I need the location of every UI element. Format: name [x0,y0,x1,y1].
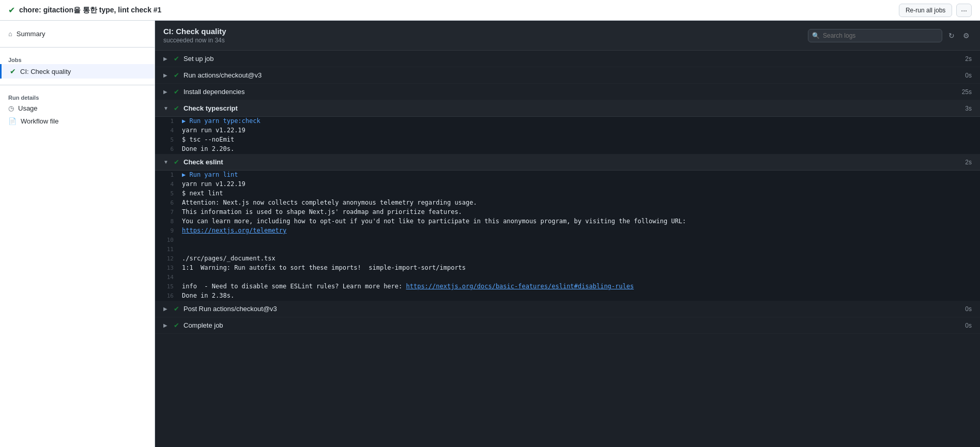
chevron-down-icon: ▼ [163,159,170,165]
top-bar-left: ✔ chore: gitaction을 통한 type, lint check … [8,5,161,15]
step-time: 0s [965,305,972,313]
rerun-all-button[interactable]: Re-run all jobs [899,4,952,17]
log-line: 15 info - Need to disable some ESLint ru… [155,282,980,291]
log-line: 5 $ next lint [155,189,980,198]
step-section-eslint: ▼ ✔ Check eslint 2s 1 ▶ Run yarn lint 4 … [155,154,980,301]
chevron-right-icon: ▶ [163,306,170,312]
step-success-icon: ✔ [174,305,179,313]
log-line: 6 Attention: Next.js now collects comple… [155,198,980,208]
step-name: Run actions/checkout@v3 [183,71,262,79]
chevron-down-icon: ▼ [163,105,170,111]
chevron-right-icon: ▶ [163,56,170,61]
more-options-button[interactable]: ··· [956,4,972,17]
step-time: 2s [965,159,972,166]
log-block-typescript: 1 ▶ Run yarn type:check 4 yarn run v1.22… [155,117,980,154]
job-item-label: CI: Check quality [20,68,71,75]
page-title: chore: gitaction을 통한 type, lint check #1 [19,6,161,15]
step-header-typescript[interactable]: ▼ ✔ Check typescript 3s [155,100,980,117]
step-name: Set up job [183,55,214,63]
clock-icon: ◷ [8,104,14,112]
log-line: 14 [155,273,980,282]
log-line: 13 1:1 Warning: Run autofix to sort thes… [155,264,980,273]
step-header-eslint[interactable]: ▼ ✔ Check eslint 2s [155,154,980,171]
step-time: 25s [962,88,972,96]
step-section-typescript: ▼ ✔ Check typescript 3s 1 ▶ Run yarn typ… [155,100,980,154]
log-line: 8 You can learn more, including how to o… [155,217,980,226]
success-icon: ✔ [8,5,15,15]
sidebar-summary-label: Summary [17,30,45,38]
sidebar-divider-1 [0,47,155,48]
main-content: CI: Check quality succeeded now in 34s 🔍… [155,21,980,447]
step-success-icon: ✔ [174,158,179,166]
job-subtitle: succeeded now in 34s [163,37,226,44]
sidebar-divider-2 [0,85,155,85]
main-layout: ⌂ Summary Jobs ✔ CI: Check quality Run d… [0,21,980,447]
chevron-right-icon: ▶ [163,89,170,95]
telemetry-link[interactable]: https://nextjs.org/telemetry [182,227,286,234]
top-bar: ✔ chore: gitaction을 통한 type, lint check … [0,0,980,21]
sidebar-summary-section: ⌂ Summary [0,25,155,43]
log-line: 12 ./src/pages/_document.tsx [155,254,980,264]
workflow-label: Workflow file [21,117,58,125]
sidebar-run-details-section: Run details ◷ Usage 📄 Workflow file [0,89,155,130]
log-line: 1 ▶ Run yarn lint [155,171,980,180]
log-line: 4 yarn run v1.22.19 [155,180,980,189]
sidebar-item-ci-check[interactable]: ✔ CI: Check quality [0,64,155,79]
log-line: 10 [155,236,980,245]
step-name: Post Run actions/checkout@v3 [183,305,277,313]
step-time: 2s [965,55,972,63]
refresh-button[interactable]: ↻ [946,29,957,42]
settings-button[interactable]: ⚙ [961,29,972,42]
sidebar-item-usage[interactable]: ◷ Usage [0,102,155,115]
step-name: Complete job [183,321,223,329]
log-line: 5 $ tsc --noEmit [155,135,980,145]
log-line: 1 ▶ Run yarn type:check [155,117,980,126]
step-row-complete[interactable]: ▶ ✔ Complete job 0s [155,317,980,334]
log-line: 11 [155,245,980,254]
step-time: 0s [965,72,972,79]
step-success-icon: ✔ [174,88,179,96]
steps-container: ▶ ✔ Set up job 2s ▶ ✔ Run actions/checko… [155,51,980,334]
sidebar-item-summary[interactable]: ⌂ Summary [0,27,155,41]
step-row-checkout[interactable]: ▶ ✔ Run actions/checkout@v3 0s [155,67,980,84]
step-success-icon: ✔ [174,321,179,329]
top-bar-right: Re-run all jobs ··· [899,4,972,17]
file-icon: 📄 [8,117,17,125]
log-line: 9 https://nextjs.org/telemetry [155,226,980,236]
sidebar: ⌂ Summary Jobs ✔ CI: Check quality Run d… [0,21,155,447]
log-line: 4 yarn run v1.22.19 [155,126,980,135]
step-success-icon: ✔ [174,55,179,63]
step-title: Check typescript [183,104,238,112]
jobs-section-label: Jobs [0,54,155,64]
step-success-icon: ✔ [174,71,179,79]
step-row-post-checkout[interactable]: ▶ ✔ Post Run actions/checkout@v3 0s [155,301,980,317]
sidebar-jobs-section: Jobs ✔ CI: Check quality [0,52,155,81]
run-details-label: Run details [0,91,155,102]
log-line: 6 Done in 2.20s. [155,145,980,154]
step-row-install[interactable]: ▶ ✔ Install dependencies 25s [155,84,980,100]
sidebar-item-workflow[interactable]: 📄 Workflow file [0,115,155,128]
eslint-link[interactable]: https://nextjs.org/docs/basic-features/e… [406,283,634,290]
search-logs-input[interactable] [808,29,942,42]
log-block-eslint: 1 ▶ Run yarn lint 4 yarn run v1.22.19 5 … [155,171,980,301]
chevron-right-icon: ▶ [163,322,170,328]
chevron-right-icon: ▶ [163,72,170,78]
step-time: 3s [965,105,972,112]
job-header: CI: Check quality succeeded now in 34s 🔍… [155,21,980,51]
job-header-controls: 🔍 ↻ ⚙ [808,29,972,42]
step-name: Install dependencies [183,88,245,96]
home-icon: ⌂ [8,30,12,38]
log-line: 7 This information is used to shape Next… [155,208,980,217]
search-wrap: 🔍 [808,29,942,42]
usage-label: Usage [18,104,38,112]
step-row-setup[interactable]: ▶ ✔ Set up job 2s [155,51,980,67]
step-title: Check eslint [183,158,223,166]
job-title: CI: Check quality [163,27,226,36]
step-time: 0s [965,322,972,329]
job-header-info: CI: Check quality succeeded now in 34s [163,27,226,44]
log-line: 16 Done in 2.38s. [155,291,980,301]
job-success-icon: ✔ [10,67,16,75]
step-success-icon: ✔ [174,104,179,112]
